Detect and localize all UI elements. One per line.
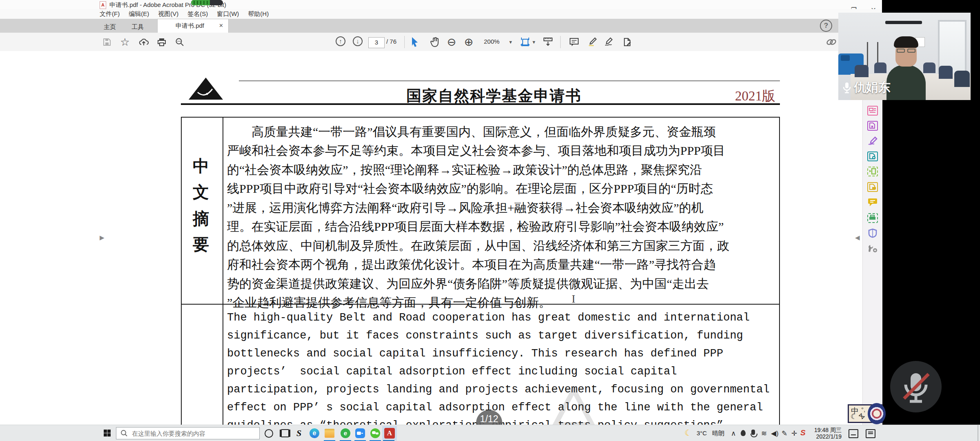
menu-bar: 文件(F) 编辑(E) 视图(V) 签名(S) 窗口(W) 帮助(H) <box>0 9 882 19</box>
mic-muted-icon <box>890 361 942 412</box>
cn-abstract-line: 理。在实证层面，结合沿线PPP项目层面大样本数据，检验政府引导影响”社会资本吸纳… <box>227 218 776 235</box>
table-top-border <box>181 117 780 118</box>
menu-edit[interactable]: 编辑(E) <box>129 10 149 18</box>
left-pane-toggle-icon[interactable]: ▶ <box>100 234 105 241</box>
tray-mic-arc <box>751 434 757 437</box>
cn-abstract-line: 严峻和社会资本参与不足等约束。本项目定义社会资本参与、项目落地和项目成功为PPP… <box>227 143 776 159</box>
toolbar-divider <box>404 36 405 48</box>
create-pdf-icon[interactable] <box>867 151 878 161</box>
menu-window[interactable]: 窗口(W) <box>217 10 239 18</box>
ime-moon-icon[interactable]: ☾ <box>851 412 857 421</box>
form-edition: 2021版 <box>735 87 775 105</box>
save-icon[interactable] <box>101 36 113 48</box>
abstract-label-char: 文 <box>193 181 209 203</box>
weather-condition[interactable]: 晴朗 <box>712 430 724 437</box>
ceiling-light <box>885 21 922 24</box>
ruler-scroll-icon[interactable] <box>542 36 554 48</box>
tab-document[interactable]: 申请书.pdf ✕ <box>157 19 229 33</box>
tray-chevron-icon[interactable]: ∧ <box>731 429 736 438</box>
export-pdf-icon[interactable] <box>867 121 878 131</box>
comment-icon[interactable] <box>867 197 878 207</box>
abstract-label-char: 摘 <box>193 207 209 230</box>
webcam-video[interactable]: 仇娟东 <box>838 13 971 100</box>
screen: A 申请书.pdf - Adobe Acrobat Pro DC (32-bit… <box>0 0 980 441</box>
scan-ocr-icon[interactable] <box>867 213 878 223</box>
fit-width-icon[interactable] <box>519 36 531 48</box>
meeting-app-icon[interactable] <box>354 428 366 439</box>
acrobat-icon[interactable]: A <box>384 428 395 439</box>
organize-pages-icon[interactable] <box>867 106 878 116</box>
hand-tool-icon[interactable] <box>430 36 441 48</box>
search-icon[interactable] <box>174 36 185 48</box>
zoom-in-icon[interactable]: ⊕ <box>463 36 474 48</box>
volume-icon[interactable]: ◀) <box>771 429 779 438</box>
cortana-icon[interactable] <box>263 428 274 439</box>
right-pane-toggle-icon[interactable]: ◀ <box>855 234 860 241</box>
more-tools-icon[interactable] <box>867 243 878 253</box>
weather-temp[interactable]: 3°C <box>697 430 707 437</box>
clock[interactable]: 19:48 周三 2022/1/19 <box>811 427 842 440</box>
tab-close-icon[interactable]: ✕ <box>219 19 223 32</box>
menu-help[interactable]: 帮助(H) <box>248 10 269 18</box>
meter-bar <box>207 1 208 4</box>
tools-pane <box>862 51 882 425</box>
app-icon-green-browser[interactable]: e <box>340 428 351 439</box>
taskbar-search[interactable] <box>116 427 260 439</box>
weather-icon[interactable]: ☾ <box>684 428 692 438</box>
page-total-label: / 76 <box>386 38 396 45</box>
cn-abstract-line: 的总体效应、中间机制及异质性。在政策层面，从中国、沿线经济体和第三方国家三方面，… <box>227 238 776 254</box>
show-desktop-button[interactable] <box>978 425 978 441</box>
main-toolbar: ☆ ↑ ↓ 3 / 76 ⊖ ⊕ 200% ▼ <box>0 33 882 51</box>
file-explorer-icon[interactable] <box>324 428 335 439</box>
fill-sign-icon[interactable] <box>867 136 878 146</box>
header-thin-rule <box>239 80 780 81</box>
edit-page-tool-icon[interactable] <box>621 36 633 48</box>
next-page-icon[interactable]: ↓ <box>353 36 363 46</box>
task-view-icon[interactable] <box>279 428 291 439</box>
chair <box>939 66 953 79</box>
previous-page-icon[interactable]: ↑ <box>336 36 345 46</box>
cn-abstract-line: ”进展，运用演化博弈方法阐释“政府引导→风险承担+融资获得→社会资本吸纳效应”的… <box>227 200 776 216</box>
zoom-out-icon[interactable]: ⊖ <box>446 36 457 48</box>
link-icon[interactable] <box>826 36 837 48</box>
star-icon[interactable]: ☆ <box>119 36 131 48</box>
tab-home[interactable]: 主页 <box>100 21 120 33</box>
pen-icon[interactable]: ✎ <box>782 429 787 438</box>
en-abstract-line: significance, but it faces constraints s… <box>227 330 776 342</box>
tab-tools[interactable]: 工具 <box>127 21 148 33</box>
wechat-icon[interactable] <box>370 428 381 439</box>
mute-button[interactable] <box>890 361 942 412</box>
sign-tool-icon[interactable] <box>604 36 615 48</box>
protect-icon[interactable] <box>867 228 878 238</box>
zoom-level-dropdown[interactable]: 200% <box>484 38 499 45</box>
edit-pdf-icon[interactable] <box>867 167 878 176</box>
zoom-dropdown-caret[interactable]: ▼ <box>508 40 513 45</box>
menu-view[interactable]: 视图(V) <box>158 10 178 18</box>
help-icon[interactable]: ? <box>820 20 832 32</box>
app-icon-stocks[interactable]: S <box>293 428 305 439</box>
menu-file[interactable]: 文件(F) <box>100 10 120 18</box>
sofa-pillow <box>841 55 850 61</box>
comment-tool-icon[interactable] <box>568 36 580 48</box>
chair <box>874 62 886 73</box>
mic-icon <box>842 82 851 94</box>
ime-keyboard-icon[interactable] <box>849 429 858 438</box>
share-upload-icon[interactable] <box>138 36 149 48</box>
highlight-tool-icon[interactable] <box>586 36 598 48</box>
netease-drop-icon[interactable] <box>741 430 746 436</box>
watermark <box>551 388 596 425</box>
notification-icon[interactable] <box>866 429 875 438</box>
combine-files-icon[interactable] <box>867 182 878 192</box>
start-button[interactable] <box>104 430 111 437</box>
tray-app-icon[interactable]: ✛ <box>791 429 797 438</box>
sogou-icon[interactable]: S <box>800 428 806 437</box>
ime-panel[interactable]: 中 °, ☾ ⋈ <box>848 404 883 423</box>
fit-dropdown-caret[interactable]: ▼ <box>532 40 536 45</box>
page-number-input[interactable]: 3 <box>368 37 385 48</box>
select-tool-icon[interactable] <box>410 36 421 48</box>
search-input[interactable] <box>131 430 251 437</box>
edge-icon[interactable]: e <box>309 428 320 439</box>
print-icon[interactable] <box>156 36 167 48</box>
menu-sign[interactable]: 签名(S) <box>187 10 208 18</box>
network-icon[interactable]: ≋ <box>761 429 767 438</box>
